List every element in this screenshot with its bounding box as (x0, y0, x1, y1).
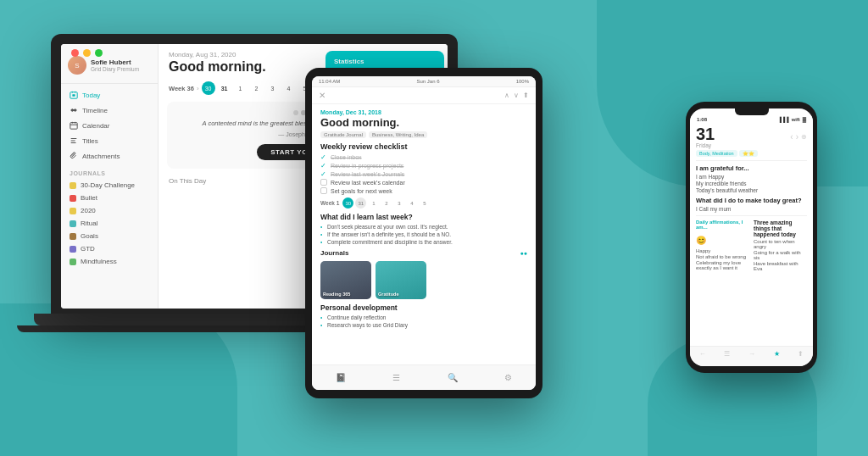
tablet-bullet-0: Don't seek pleasure at your own cost. It… (320, 224, 527, 230)
tablet-learned-title: What did I learn last week? (320, 213, 527, 221)
week-day-31[interactable]: 31 (218, 81, 231, 95)
journal-thumb-gratitude[interactable]: Gratitude (376, 261, 426, 299)
phone-affirmations-col: Daily affirmations, I am... 😊 Happy Not … (696, 220, 749, 272)
phone-nav: ‹ › ⊕ (790, 132, 807, 142)
stats-title: Statistics (334, 58, 436, 65)
tablet-content: Monday, Dec 31, 2018 Good morning. Grati… (312, 104, 536, 384)
journal-2020[interactable]: 2020 (61, 204, 158, 217)
tablet-close-icon[interactable]: ✕ (319, 91, 326, 100)
checklist-item-1: ✓ Review in-progress projects (320, 162, 527, 169)
tablet-bullet-1: If the answer isn't a definite yes, it s… (320, 231, 527, 237)
tab-book-icon[interactable]: 📓 (336, 373, 346, 382)
week-day-1[interactable]: 1 (234, 81, 248, 95)
phone-affirmation-1: Not afraid to be wrong (696, 254, 749, 259)
sidebar-item-calendar[interactable]: Calendar (61, 118, 158, 133)
week-prev-arrow[interactable]: › (197, 85, 199, 92)
tab-list-icon[interactable]: ☰ (392, 373, 400, 382)
close-button[interactable] (71, 49, 79, 57)
sidebar-item-attachments[interactable]: Attachments (61, 148, 158, 164)
nav-timeline-label: Timeline (82, 107, 108, 114)
journal-thumb-reading[interactable]: Reading 365 (320, 261, 371, 299)
phone-tag-emoji: ⭐⭐ (739, 150, 758, 157)
phone-tab-share[interactable]: ⬆ (798, 350, 804, 363)
week-day-4[interactable]: 4 (282, 81, 296, 95)
tw-day-5[interactable]: 5 (419, 197, 430, 209)
tablet-tag-1[interactable]: Business, Writing, Idea (369, 131, 427, 138)
journal-mindfulness[interactable]: Mindfulness (61, 255, 158, 268)
journal-thumb-label: Gratitude (378, 292, 398, 297)
phone-nav-next[interactable]: › (796, 132, 798, 142)
tablet-share-icon[interactable]: ⬆ (523, 92, 529, 99)
phone-signal-icon: ▐▐▐ (778, 117, 789, 122)
week-label: Week 36 (169, 85, 194, 92)
user-name: Sofie Hubert (91, 58, 139, 66)
traffic-lights (71, 49, 103, 57)
checklist-text: Review in-progress projects (331, 163, 403, 169)
phone-amazing-1: Going for a walk with sis (754, 250, 807, 260)
journal-ritual[interactable]: Ritual (61, 217, 158, 230)
phone-day-label: Friday (696, 142, 715, 148)
phone-tag-0[interactable]: Body, Meditation (696, 150, 737, 157)
week-day-30[interactable]: 30 (202, 81, 215, 95)
tablet-down-icon[interactable]: ∨ (514, 92, 519, 99)
svg-point-5 (71, 109, 74, 112)
week-day-3[interactable]: 3 (266, 81, 280, 95)
tablet-date-status: Sun Jan 6 (416, 79, 439, 84)
tw-day-31[interactable]: 31 (355, 197, 366, 209)
phone-divider-1 (696, 160, 807, 161)
app-sidebar: S Sofie Hubert Grid Diary Premium Today … (61, 44, 159, 309)
check-box[interactable] (320, 187, 327, 194)
sidebar-item-titles[interactable]: Titles (61, 133, 158, 148)
phone-wifi-icon: wifi (792, 117, 800, 122)
journal-goals[interactable]: Goals (61, 230, 158, 242)
tablet-personal-bullet-0: Continue daily reflection (320, 314, 527, 320)
tw-day-3[interactable]: 3 (393, 197, 404, 209)
phone-more-icon[interactable]: ⊕ (801, 133, 807, 141)
check-icon: ✓ (320, 170, 327, 177)
journal-30day[interactable]: 30-Day Challenge (61, 179, 158, 192)
tw-day-1[interactable]: 1 (368, 197, 379, 209)
attachments-icon (70, 152, 78, 160)
phone-grateful-2: Today's beautiful weather (696, 187, 807, 193)
phone-tab-arrow[interactable]: → (748, 350, 755, 363)
journal-dot (70, 259, 76, 265)
journal-label: 2020 (81, 207, 96, 214)
phone-amazing-title: Three amazing things that happened today (754, 220, 807, 237)
week-day-2[interactable]: 2 (250, 81, 264, 95)
maximize-button[interactable] (95, 49, 103, 57)
tw-day-4[interactable]: 4 (406, 197, 417, 209)
nav-calendar-label: Calendar (82, 122, 109, 130)
tablet-bullet-2: Complete commitment and discipline is th… (320, 239, 527, 245)
journal-label: Ritual (81, 220, 97, 227)
nav-attachments-label: Attachments (82, 153, 120, 160)
tw-day-30[interactable]: 30 (342, 197, 353, 209)
phone-tab-list[interactable]: ☰ (724, 350, 730, 363)
tw-day-2[interactable]: 2 (381, 197, 392, 209)
phone-tab-star[interactable]: ★ (774, 350, 780, 363)
journal-dot (70, 182, 76, 189)
tablet-up-icon[interactable]: ∧ (504, 92, 509, 99)
tab-search-icon[interactable]: 🔍 (448, 373, 458, 382)
phone-affirmation-2: Celebrating my love exactly as I want it (696, 260, 749, 270)
tablet-section-checklist: Weekly review checklist (320, 142, 527, 151)
journal-bullet[interactable]: Bullet (61, 192, 158, 204)
user-subtitle: Grid Diary Premium (91, 66, 139, 72)
tablet-time: 11:04 AM (319, 79, 340, 84)
checklist-text: Set goals for next week (331, 188, 392, 194)
tablet-tag-0[interactable]: Gratitude Journal (320, 131, 366, 138)
calendar-icon (70, 121, 78, 130)
avatar: S (68, 56, 86, 75)
sidebar-item-today[interactable]: Today (61, 87, 158, 103)
minimize-button[interactable] (83, 49, 91, 57)
user-info: Sofie Hubert Grid Diary Premium (91, 58, 139, 72)
journals-count: ●● (520, 250, 527, 256)
tab-settings-icon[interactable]: ⚙ (504, 373, 512, 382)
sidebar-item-timeline[interactable]: Timeline (61, 103, 158, 118)
journal-dot (70, 208, 76, 214)
journal-gtd[interactable]: GTD (61, 242, 158, 255)
phone-nav-prev[interactable]: ‹ (790, 132, 793, 142)
phone-tab-back[interactable]: ← (699, 350, 706, 363)
tablet-bottom-bar: 📓 ☰ 🔍 ⚙ (312, 364, 536, 390)
journal-thumb-label: Reading 365 (323, 292, 350, 297)
check-box[interactable] (320, 179, 327, 186)
